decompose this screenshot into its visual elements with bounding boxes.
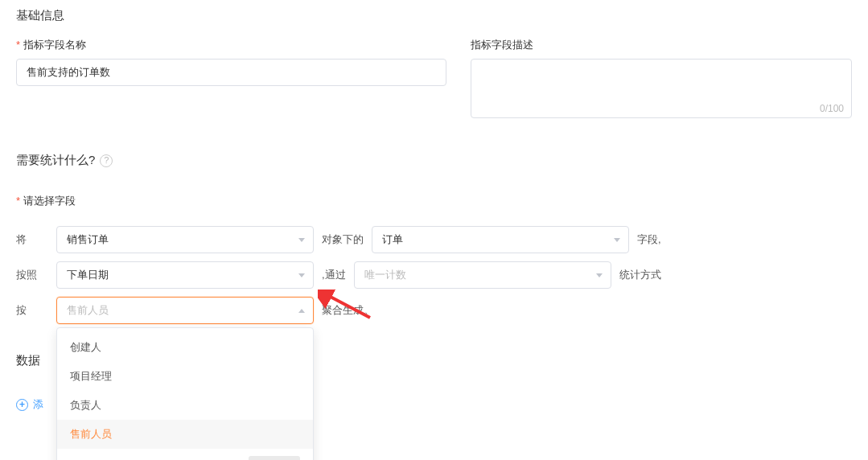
date-select-value: 下单日期	[67, 268, 109, 282]
dropdown-badge: 售前人员	[249, 456, 300, 460]
chevron-down-icon	[596, 273, 603, 277]
line2-mid: ,通过	[322, 268, 346, 282]
line1-prefix: 将	[16, 232, 48, 247]
group-select[interactable]: 售前人员	[56, 297, 314, 324]
desc-textarea-wrap: 0/100	[471, 59, 852, 121]
dropdown-item-lastmod[interactable]: 最后修改人 售前人员	[57, 449, 313, 460]
field-select[interactable]: 订单	[372, 226, 629, 253]
desc-field-label: 指标字段描述	[471, 38, 852, 52]
section-title-data-text: 数据	[16, 353, 40, 368]
line3-suffix: 聚合生成。	[322, 303, 374, 318]
add-filter-label: 添	[33, 397, 43, 412]
select-field-label: *请选择字段	[16, 194, 852, 208]
object-select[interactable]: 销售订单	[56, 226, 314, 253]
basic-info-row: *指标字段名称 指标字段描述 0/100	[16, 38, 852, 121]
line3-prefix: 按	[16, 303, 48, 318]
plus-icon: +	[16, 399, 28, 411]
line2-suffix: 统计方式	[619, 268, 661, 282]
add-filter-button[interactable]: + 添	[16, 397, 43, 412]
dropdown-item-pm[interactable]: 项目经理	[57, 362, 313, 391]
char-count: 0/100	[820, 103, 844, 114]
object-select-value: 销售订单	[67, 232, 109, 247]
stats-line-2: 按照 下单日期 ,通过 唯一计数 统计方式	[16, 261, 852, 289]
metric-desc-textarea[interactable]	[471, 59, 852, 118]
line1-mid: 对象下的	[322, 232, 364, 247]
dropdown-item-owner[interactable]: 负责人	[57, 391, 313, 420]
section-title-basic-text: 基础信息	[16, 8, 64, 23]
group-select-wrap: 售前人员 创建人 项目经理 负责人 售前人员 最后修改人 售前人员	[56, 297, 314, 324]
desc-field-col: 指标字段描述 0/100	[471, 38, 852, 121]
stats-line-1: 将 销售订单 对象下的 订单 字段,	[16, 226, 852, 253]
method-select[interactable]: 唯一计数	[354, 261, 611, 289]
method-select-placeholder: 唯一计数	[364, 268, 406, 282]
dropdown-item-creator[interactable]: 创建人	[57, 333, 313, 362]
required-star-icon: *	[16, 39, 20, 51]
name-field-col: *指标字段名称	[16, 38, 446, 121]
chevron-down-icon	[298, 238, 305, 242]
name-field-label: *指标字段名称	[16, 38, 446, 52]
section-title-stats-text: 需要统计什么?	[16, 153, 95, 168]
dropdown-item-presales[interactable]: 售前人员	[57, 420, 313, 449]
line2-prefix: 按照	[16, 268, 48, 282]
group-select-placeholder: 售前人员	[67, 303, 109, 318]
required-star-icon: *	[16, 195, 20, 207]
help-icon[interactable]: ?	[100, 154, 113, 167]
stats-line-3: 按 售前人员 创建人 项目经理 负责人 售前人员 最后修改人 售前人员	[16, 297, 852, 324]
metric-name-input[interactable]	[16, 59, 446, 86]
section-title-basic: 基础信息	[16, 8, 852, 23]
group-dropdown: 创建人 项目经理 负责人 售前人员 最后修改人 售前人员	[56, 327, 314, 460]
field-select-value: 订单	[382, 232, 403, 247]
chevron-up-icon	[298, 309, 305, 313]
chevron-down-icon	[614, 238, 620, 242]
section-title-stats: 需要统计什么? ?	[16, 153, 852, 168]
line1-suffix: 字段,	[637, 232, 661, 247]
date-select[interactable]: 下单日期	[56, 261, 314, 289]
chevron-down-icon	[298, 273, 305, 277]
